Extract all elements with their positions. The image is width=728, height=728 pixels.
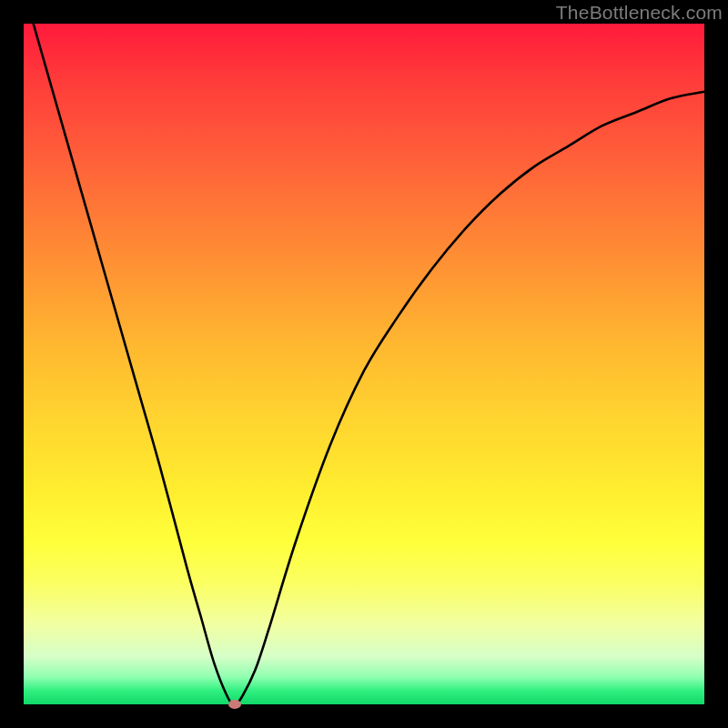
watermark-text: TheBottleneck.com xyxy=(556,2,723,24)
bottleneck-curve xyxy=(24,24,704,704)
optimal-point-marker xyxy=(228,700,241,709)
